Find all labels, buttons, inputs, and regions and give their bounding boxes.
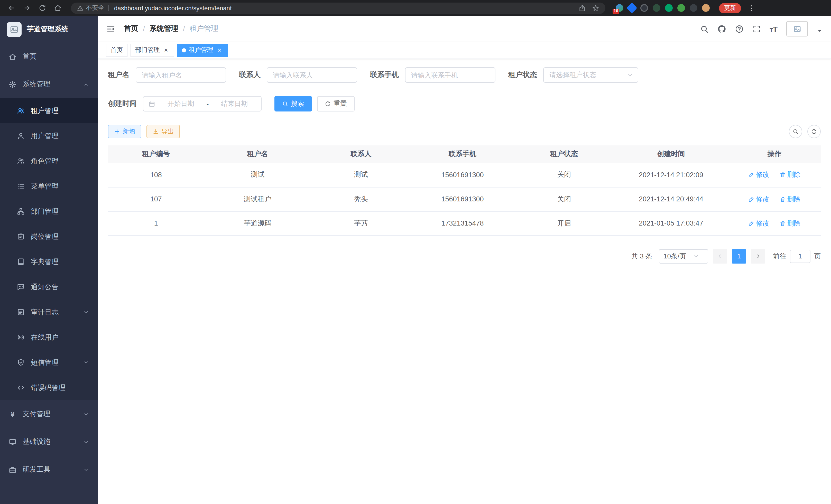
tab-tenant[interactable]: 租户管理 × xyxy=(177,43,228,57)
edit-link[interactable]: 修改 xyxy=(748,218,769,228)
extension-icon[interactable] xyxy=(690,4,697,12)
sidebar-item-infra[interactable]: 基础设施 xyxy=(0,428,98,456)
table-header-row: 租户编号 租户名 联系人 联系手机 租户状态 创建时间 操作 xyxy=(108,145,821,163)
filter-label: 租户名 xyxy=(108,70,130,80)
page-number-button[interactable]: 1 xyxy=(732,249,746,263)
sidebar-item-devtools[interactable]: 研发工具 xyxy=(0,456,98,483)
user-avatar[interactable] xyxy=(786,21,808,36)
breadcrumb-item[interactable]: 首页 xyxy=(124,24,138,33)
browser-forward-button[interactable] xyxy=(21,2,33,14)
delete-link[interactable]: 删除 xyxy=(779,195,800,204)
address-bar[interactable]: 不安全 dashboard.yudao.iocoder.cn/system/te… xyxy=(71,2,605,13)
extension-icon[interactable] xyxy=(653,4,660,12)
tenant-name-input[interactable] xyxy=(136,67,226,83)
sidebar-item-payment[interactable]: ¥ 支付管理 xyxy=(0,400,98,428)
app-logo[interactable]: 芋道管理系统 xyxy=(0,16,98,42)
post-icon xyxy=(17,233,25,240)
cell-actions: 修改 删除 xyxy=(728,187,821,211)
sidebar-item-online-users[interactable]: 在线用户 xyxy=(0,325,98,350)
refresh-table-button[interactable] xyxy=(807,125,821,138)
delete-link[interactable]: 删除 xyxy=(779,170,800,180)
trash-icon xyxy=(779,196,785,202)
bookmark-star-icon[interactable] xyxy=(592,4,599,11)
extension-icon[interactable]: 10 xyxy=(616,4,623,12)
close-icon[interactable]: × xyxy=(216,47,223,54)
add-button[interactable]: 新增 xyxy=(108,125,141,138)
browser-menu-icon[interactable] xyxy=(747,4,755,12)
search-icon xyxy=(282,101,288,107)
sidebar-item-menus[interactable]: 菜单管理 xyxy=(0,174,98,199)
trash-icon xyxy=(779,172,785,178)
edit-icon xyxy=(748,196,754,202)
extension-icon[interactable] xyxy=(677,4,685,12)
menu-list-icon xyxy=(17,182,25,190)
sidebar-item-home[interactable]: 首页 xyxy=(0,42,98,70)
reset-button[interactable]: 重置 xyxy=(317,96,354,112)
search-button[interactable]: 搜索 xyxy=(275,96,312,112)
tenant-table: 租户编号 租户名 联系人 联系手机 租户状态 创建时间 操作 108 测试 xyxy=(108,145,821,236)
extension-icon[interactable] xyxy=(627,3,637,13)
sidebar-item-system[interactable]: 系统管理 xyxy=(0,70,98,98)
share-icon[interactable] xyxy=(579,4,586,11)
sidebar-item-sms[interactable]: 短信管理 xyxy=(0,350,98,375)
sidebar-collapse-icon[interactable] xyxy=(106,24,116,34)
edit-link[interactable]: 修改 xyxy=(748,170,769,180)
filter-row-1: 租户名 联系人 联系手机 租户状态 请选择租户状态 xyxy=(108,67,821,83)
start-date-placeholder: 开始日期 xyxy=(159,99,202,109)
browser-update-button[interactable]: 更新 xyxy=(719,3,741,13)
filter-label: 联系手机 xyxy=(370,70,399,80)
phone-input[interactable] xyxy=(405,67,495,83)
trash-icon xyxy=(779,220,785,226)
search-icon[interactable] xyxy=(700,24,709,33)
tenant-icon xyxy=(17,107,25,115)
status-select[interactable]: 请选择租户状态 xyxy=(543,67,638,83)
prev-page-button[interactable] xyxy=(713,249,727,263)
sidebar-item-departments[interactable]: 部门管理 xyxy=(0,199,98,224)
sidebar: 芋道管理系统 首页 系统管理 租户管理 用户管理 xyxy=(0,16,98,504)
column-header: 操作 xyxy=(728,145,821,163)
tab-home[interactable]: 首页 xyxy=(106,43,127,57)
filter-phone: 联系手机 xyxy=(370,67,495,83)
extension-icon[interactable] xyxy=(640,4,648,12)
delete-link[interactable]: 删除 xyxy=(779,218,800,228)
export-button[interactable]: 导出 xyxy=(146,125,180,138)
home-icon xyxy=(9,53,17,60)
sidebar-item-roles[interactable]: 角色管理 xyxy=(0,148,98,174)
close-icon[interactable]: × xyxy=(163,47,170,54)
page-size-select[interactable]: 10条/页 xyxy=(659,249,708,263)
contact-input[interactable] xyxy=(267,67,357,83)
next-page-button[interactable] xyxy=(751,249,765,263)
sidebar-item-error-code[interactable]: 错误码管理 xyxy=(0,375,98,400)
font-size-icon[interactable]: TT xyxy=(770,25,778,33)
select-placeholder: 请选择租户状态 xyxy=(549,70,627,80)
devtools-icon xyxy=(9,466,17,473)
cell-actions: 修改 删除 xyxy=(728,163,821,187)
date-range-picker[interactable]: 开始日期 - 结束日期 xyxy=(143,96,262,112)
avatar-dropdown-caret-icon[interactable] xyxy=(816,28,823,34)
breadcrumb-item[interactable]: 系统管理 xyxy=(149,24,178,33)
browser-home-button[interactable] xyxy=(51,2,64,14)
date-range-separator: - xyxy=(207,100,209,108)
extension-badge: 10 xyxy=(612,9,619,14)
sidebar-item-posts[interactable]: 岗位管理 xyxy=(0,224,98,249)
sidebar-item-tenant[interactable]: 租户管理 xyxy=(0,98,98,123)
toggle-search-button[interactable] xyxy=(789,125,802,138)
extension-icon[interactable] xyxy=(665,4,673,12)
sidebar-item-audit-log[interactable]: 审计日志 xyxy=(0,299,98,325)
fullscreen-icon[interactable] xyxy=(752,24,761,33)
edit-link[interactable]: 修改 xyxy=(748,195,769,204)
sidebar-item-dict[interactable]: 字典管理 xyxy=(0,249,98,274)
update-label: 更新 xyxy=(724,4,736,12)
goto-page-input[interactable] xyxy=(790,249,810,263)
browser-reload-button[interactable] xyxy=(36,2,48,14)
chevron-down-icon xyxy=(83,467,89,472)
browser-back-button[interactable] xyxy=(5,2,18,14)
breadcrumb-separator: / xyxy=(143,25,145,33)
sidebar-item-users[interactable]: 用户管理 xyxy=(0,123,98,148)
tab-departments[interactable]: 部门管理 × xyxy=(131,43,174,57)
help-icon[interactable] xyxy=(735,24,743,33)
notice-icon xyxy=(17,283,25,291)
profile-avatar-icon[interactable] xyxy=(702,4,710,12)
sidebar-item-notice[interactable]: 通知公告 xyxy=(0,274,98,299)
github-icon[interactable] xyxy=(717,24,726,33)
